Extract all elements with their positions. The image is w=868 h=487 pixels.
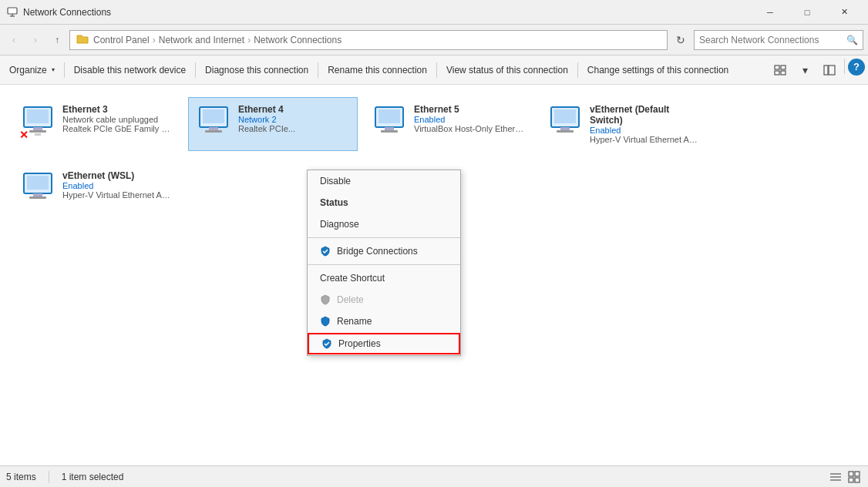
svg-rect-5	[775, 71, 779, 75]
toolbar-separator-2	[195, 62, 196, 78]
network-item-vethernet-default[interactable]: vEthernet (Default Switch) Enabled Hyper…	[540, 97, 709, 151]
context-bridge[interactable]: Bridge Connections	[308, 240, 460, 262]
svg-rect-7	[824, 65, 828, 75]
minimize-button[interactable]: ─	[752, 0, 788, 25]
ethernet3-icon: ✕	[19, 104, 56, 141]
bridge-shield-icon	[320, 246, 331, 257]
ethernet4-info: Ethernet 4 Network 2 Realtek PCIe...	[238, 104, 351, 133]
ethernet3-info: Ethernet 3 Network cable unplugged Realt…	[62, 104, 175, 133]
toolbar-separator-5	[577, 62, 578, 78]
status-bar: 5 items 1 item selected	[0, 465, 868, 487]
svg-rect-28	[33, 193, 42, 196]
context-delete[interactable]: Delete	[308, 289, 460, 311]
search-input[interactable]	[699, 35, 846, 45]
forward-button[interactable]: ›	[26, 30, 45, 50]
organize-button[interactable]: Organize ▾	[3, 59, 61, 82]
svg-rect-24	[560, 127, 570, 130]
svg-rect-27	[27, 176, 49, 190]
ethernet5-status: Enabled	[414, 115, 527, 124]
ethernet3-name: Ethernet 3	[62, 104, 175, 115]
properties-shield-icon	[321, 338, 332, 349]
network-item-ethernet3[interactable]: ✕ Ethernet 3 Network cable unplugged Rea…	[12, 97, 182, 151]
view-dropdown-button[interactable]: ▾	[793, 59, 816, 82]
vethernet-default-adapter: Hyper-V Virtual Ethernet Adapter	[590, 135, 701, 144]
svg-rect-4	[781, 65, 786, 69]
svg-rect-6	[781, 71, 786, 75]
vethernet-wsl-icon	[19, 170, 56, 207]
svg-rect-13	[35, 133, 41, 136]
ethernet4-name: Ethernet 4	[238, 104, 351, 115]
restore-button[interactable]: □	[789, 0, 825, 25]
diagnose-button[interactable]: Diagnose this connection	[199, 59, 315, 82]
context-separator-1	[308, 237, 460, 238]
main-content: ✕ Ethernet 3 Network cable unplugged Rea…	[0, 85, 868, 465]
pane-toggle-button[interactable]	[818, 59, 841, 82]
title-bar: Network Connections ─ □ ✕	[0, 0, 868, 25]
svg-rect-33	[849, 472, 853, 476]
details-view-button[interactable]	[828, 469, 843, 485]
view-options-button[interactable]	[769, 59, 792, 82]
toolbar: Organize ▾ Disable this network device D…	[0, 55, 868, 85]
context-diagnose[interactable]: Diagnose	[308, 213, 460, 235]
svg-rect-36	[855, 478, 860, 482]
vethernet-wsl-status: Enabled	[62, 181, 175, 190]
breadcrumb-connections: Network Connections	[254, 35, 341, 45]
search-box: 🔍	[694, 30, 863, 50]
rename-button[interactable]: Rename this connection	[321, 59, 433, 82]
context-menu: Disable Status Diagnose Bridge Connectio…	[307, 170, 461, 356]
toolbar-separator-1	[64, 62, 65, 78]
ethernet5-adapter: VirtualBox Host-Only Ethernet Ad...	[414, 124, 526, 133]
context-create-shortcut[interactable]: Create Shortcut	[308, 267, 460, 289]
svg-rect-16	[209, 127, 218, 130]
disable-device-button[interactable]: Disable this network device	[68, 59, 192, 82]
selected-count: 1 item selected	[62, 472, 124, 482]
svg-rect-3	[775, 65, 779, 69]
vethernet-wsl-adapter: Hyper-V Virtual Ethernet Adapter ...	[62, 190, 174, 200]
svg-rect-8	[829, 65, 835, 75]
svg-rect-15	[203, 109, 224, 123]
svg-rect-10	[27, 109, 49, 123]
network-item-vethernet-wsl[interactable]: vEthernet (WSL) Enabled Hyper-V Virtual …	[12, 163, 182, 214]
large-icons-view-button[interactable]	[846, 469, 862, 485]
ethernet4-icon	[195, 104, 232, 141]
organize-dropdown-arrow: ▾	[52, 66, 55, 73]
context-disable[interactable]: Disable	[308, 170, 460, 192]
delete-shield-icon	[320, 294, 331, 305]
view-status-button[interactable]: View status of this connection	[440, 59, 574, 82]
toolbar-separator-6	[844, 59, 845, 74]
svg-rect-17	[205, 130, 222, 133]
error-indicator: ✕	[19, 129, 29, 141]
window-controls: ─ □ ✕	[752, 0, 862, 25]
search-icon: 🔍	[846, 35, 858, 45]
back-button[interactable]: ‹	[5, 30, 23, 50]
close-button[interactable]: ✕	[826, 0, 862, 25]
breadcrumb-panel: Control Panel	[93, 35, 150, 45]
status-right	[828, 469, 862, 485]
svg-rect-34	[855, 472, 860, 476]
address-path[interactable]: Control Panel › Network and Internet › N…	[69, 30, 668, 50]
svg-rect-21	[381, 130, 398, 133]
app-icon	[6, 6, 19, 18]
context-properties[interactable]: Properties	[308, 333, 460, 354]
network-item-ethernet5[interactable]: Ethernet 5 Enabled VirtualBox Host-Only …	[364, 97, 533, 151]
svg-rect-35	[849, 478, 853, 482]
svg-rect-23	[554, 109, 576, 123]
help-button[interactable]: ?	[848, 59, 865, 76]
ethernet3-status: Network cable unplugged	[62, 115, 175, 124]
change-settings-button[interactable]: Change settings of this connection	[581, 59, 735, 82]
svg-rect-12	[29, 130, 46, 133]
network-item-ethernet4[interactable]: Ethernet 4 Network 2 Realtek PCIe...	[188, 97, 358, 151]
status-separator	[49, 471, 49, 483]
svg-rect-0	[8, 8, 17, 14]
vethernet-wsl-info: vEthernet (WSL) Enabled Hyper-V Virtual …	[62, 170, 175, 200]
up-button[interactable]: ↑	[48, 30, 66, 50]
context-status[interactable]: Status	[308, 192, 460, 213]
context-separator-2	[308, 264, 460, 265]
ethernet3-adapter: Realtek PCIe GbE Family Controll...	[62, 124, 174, 133]
rename-shield-icon	[320, 316, 331, 327]
ethernet5-name: Ethernet 5	[414, 104, 527, 115]
toolbar-separator-4	[436, 62, 437, 78]
refresh-button[interactable]: ↻	[671, 30, 691, 50]
svg-rect-20	[385, 127, 394, 130]
context-rename[interactable]: Rename	[308, 311, 460, 332]
